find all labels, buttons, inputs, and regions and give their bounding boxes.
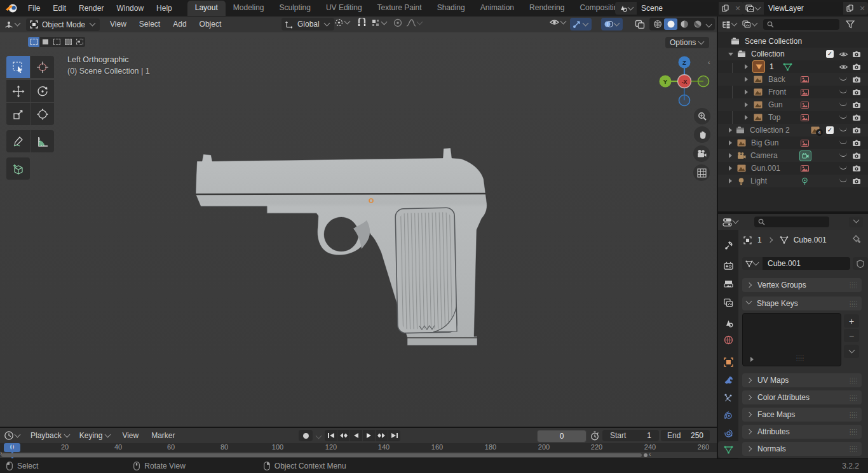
scene-new-button[interactable] <box>719 2 732 15</box>
axis-z-neg-ball[interactable] <box>679 95 690 106</box>
menu-select[interactable]: Select <box>133 17 166 32</box>
tab-modifier-properties[interactable] <box>718 371 738 388</box>
current-frame-field[interactable]: 0 <box>537 430 587 443</box>
panel-grip[interactable]: :::::::: <box>850 282 858 288</box>
shading-wireframe-button[interactable] <box>651 18 664 30</box>
jump-to-end-button[interactable] <box>388 430 400 441</box>
axis-gizmo[interactable]: Z Y -X <box>658 55 712 109</box>
disclosure-collapsed-icon[interactable] <box>729 128 732 133</box>
panel-grip[interactable]: :::::::: <box>850 429 858 435</box>
tab-scene-properties[interactable] <box>718 315 738 331</box>
tab-modeling[interactable]: Modeling <box>226 1 272 16</box>
axis-y-neg-ball[interactable] <box>698 76 709 87</box>
disclosure-collapsed-icon[interactable] <box>745 77 748 82</box>
tab-animation[interactable]: Animation <box>473 1 522 16</box>
camera-visibility-icon[interactable] <box>852 76 861 83</box>
tab-sculpting[interactable]: Sculpting <box>272 1 318 16</box>
frame-end-field[interactable]: End 250 <box>661 430 710 441</box>
xray-toggle-icon[interactable] <box>635 20 645 29</box>
camera-visibility-icon[interactable] <box>852 89 861 96</box>
outliner-row-1[interactable]: 1 <box>718 60 868 73</box>
tool-move[interactable] <box>6 80 30 102</box>
tab-view-layer-properties[interactable] <box>718 295 738 311</box>
outliner-row-gun-001[interactable]: Gun.001 <box>718 162 868 175</box>
shading-solid-button[interactable] <box>664 18 677 30</box>
select-mode-invert-button[interactable] <box>62 37 74 47</box>
tool-select-box[interactable] <box>6 56 30 78</box>
playback-menu[interactable]: Playback <box>26 430 75 442</box>
outliner-search-input[interactable] <box>763 19 839 30</box>
orthographic-toggle-button[interactable] <box>693 164 710 181</box>
eye-closed-icon[interactable] <box>839 76 847 81</box>
visibility-dropdown[interactable] <box>549 18 567 27</box>
tool-annotate[interactable] <box>6 130 30 152</box>
view-layer-remove-button[interactable]: ✕ <box>857 2 868 15</box>
panel-vertex-groups[interactable]: Vertex Groups :::::::: <box>742 278 862 292</box>
filter-funnel-icon[interactable] <box>846 20 855 29</box>
outliner-row-gun[interactable]: Gun <box>718 98 868 111</box>
play-reverse-button[interactable] <box>350 430 362 441</box>
panel-shape-keys[interactable]: Shape Keys :::::::: <box>742 296 862 310</box>
select-mode-new-button[interactable] <box>28 37 39 47</box>
snap-target-icon[interactable] <box>371 18 381 28</box>
select-mode-subtract-button[interactable] <box>51 37 62 47</box>
timeline-collapse-arrow[interactable]: ‹ <box>649 451 651 458</box>
zoom-button[interactable] <box>694 108 710 124</box>
eye-closed-icon[interactable] <box>839 140 847 144</box>
shading-rendered-button[interactable] <box>691 18 704 30</box>
editor-type-button[interactable] <box>4 20 21 29</box>
disclosure-collapsed-icon[interactable] <box>729 140 732 145</box>
disclosure-expanded-icon[interactable] <box>728 53 733 56</box>
panel-grip[interactable]: :::::::: <box>850 377 858 383</box>
magnet-icon[interactable] <box>357 18 367 28</box>
tab-constraint-properties[interactable] <box>718 425 738 441</box>
outliner-row-back[interactable]: Back <box>718 73 868 86</box>
mode-selector[interactable]: Object Mode <box>26 18 100 31</box>
shape-key-add-button[interactable]: + <box>844 314 859 328</box>
select-mode-intersect-button[interactable] <box>74 37 85 47</box>
camera-visibility-icon[interactable] <box>852 51 861 58</box>
tab-layout[interactable]: Layout <box>187 1 226 16</box>
disclosure-collapsed-icon[interactable] <box>745 102 748 107</box>
menu-render[interactable]: Render <box>72 0 110 17</box>
properties-editor-type-button[interactable] <box>722 218 739 227</box>
gun-model[interactable] <box>178 140 508 356</box>
menu-edit[interactable]: Edit <box>46 0 72 17</box>
scene-name-field[interactable]: Scene <box>637 2 719 15</box>
menu-help[interactable]: Help <box>150 0 179 17</box>
eye-closed-icon[interactable] <box>839 178 847 182</box>
camera-visibility-icon[interactable] <box>852 152 861 159</box>
3d-viewport[interactable]: Left Orthographic (0) Scene Collection |… <box>0 32 717 427</box>
shape-key-remove-button[interactable]: − <box>844 329 859 342</box>
tab-tool-properties[interactable] <box>718 237 738 253</box>
view-layer-browse-button[interactable] <box>742 2 764 15</box>
prev-keyframe-button[interactable] <box>337 430 349 441</box>
next-keyframe-button[interactable] <box>376 430 388 441</box>
list-filter-disclosure[interactable] <box>750 357 754 362</box>
panel-grip[interactable]: :::::::: <box>850 446 858 452</box>
outliner-row-top[interactable]: Top <box>718 111 868 124</box>
tool-measure[interactable] <box>31 130 54 152</box>
tab-object-data-properties[interactable] <box>718 441 738 458</box>
overlays-toggle[interactable] <box>601 18 623 30</box>
eye-closed-icon[interactable] <box>839 165 847 170</box>
menu-window[interactable]: Window <box>110 0 150 17</box>
panel-grip[interactable]: :::::::: <box>850 394 858 401</box>
tool-add-cube[interactable] <box>6 157 30 180</box>
shape-key-specials-button[interactable] <box>844 345 859 358</box>
record-button[interactable] <box>299 430 313 441</box>
keying-menu[interactable]: Keying <box>75 430 116 442</box>
editor-divider-viewport-timeline[interactable] <box>0 427 717 428</box>
outliner-row-light[interactable]: Light <box>718 175 868 187</box>
timeline-menu-view[interactable]: View <box>116 428 145 443</box>
eye-closed-icon[interactable] <box>839 152 847 157</box>
list-resize-grip[interactable]: :::::::: <box>796 354 804 361</box>
menu-object[interactable]: Object <box>193 17 228 32</box>
tool-cursor[interactable] <box>31 56 54 78</box>
panel-attributes[interactable]: Attributes :::::::: <box>742 425 862 439</box>
disclosure-collapsed-icon[interactable] <box>729 166 732 171</box>
jump-to-start-button[interactable] <box>325 430 337 441</box>
tool-transform[interactable] <box>31 103 54 125</box>
options-button[interactable]: Options <box>665 37 709 48</box>
outliner-row-collection[interactable]: Collection ✓ <box>718 48 868 60</box>
